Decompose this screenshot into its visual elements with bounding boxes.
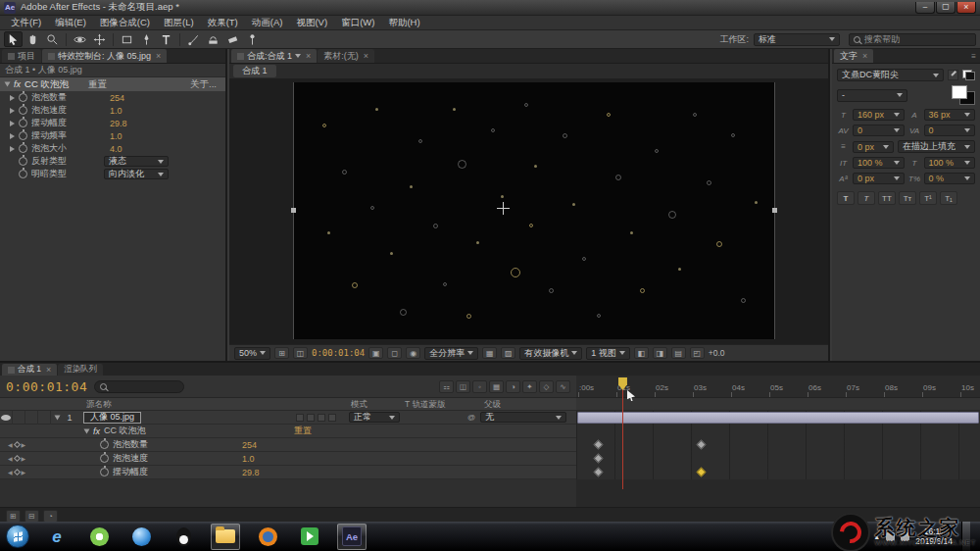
timeline-search-input[interactable]: [94, 380, 184, 393]
tab-timeline-comp[interactable]: 合成 1×: [2, 364, 57, 376]
solo-cell[interactable]: [25, 411, 38, 425]
stopwatch-icon[interactable]: [19, 131, 27, 140]
effect-header-row[interactable]: fx CC 吹泡泡 重置 关于...: [0, 77, 225, 91]
puppet-pin-tool[interactable]: [243, 31, 262, 47]
tab-render-queue[interactable]: 渲染队列: [58, 364, 103, 376]
comp-name-tab[interactable]: 合成 1: [233, 65, 276, 77]
stroke-width-dropdown[interactable]: 0 px: [853, 141, 894, 153]
tracking-dropdown[interactable]: 0: [924, 125, 976, 136]
help-search-input[interactable]: 搜索帮助: [849, 33, 976, 46]
twirl-icon[interactable]: [10, 146, 15, 152]
pickwhip-icon[interactable]: @: [467, 413, 475, 422]
twirl-icon[interactable]: [10, 133, 15, 139]
close-icon[interactable]: ×: [364, 51, 368, 61]
next-keyframe-icon[interactable]: ▶: [22, 455, 26, 462]
start-button[interactable]: [6, 525, 29, 548]
menu-item[interactable]: 帮助(H): [381, 17, 426, 29]
keyframe-icon[interactable]: [593, 440, 603, 450]
twirl-icon[interactable]: [55, 415, 61, 420]
fill-stroke-mode-dropdown[interactable]: 在描边上填充: [898, 140, 975, 153]
keyframe-track[interactable]: [576, 438, 980, 452]
keyframe-navigator[interactable]: ◀▶: [2, 469, 31, 476]
keyframe-icon[interactable]: [593, 454, 603, 464]
effect-about-link[interactable]: 关于...: [190, 78, 220, 91]
current-time-indicator[interactable]: [622, 377, 623, 489]
eyedropper-icon[interactable]: [948, 70, 958, 80]
title-bar[interactable]: Ae Adobe After Effects - 未命名项目.aep *: [0, 0, 980, 16]
graph-editor-icon[interactable]: ∿: [556, 380, 570, 393]
layer-name[interactable]: 人像 05.jpg: [83, 412, 141, 424]
param-dropdown[interactable]: 向内淡化: [104, 169, 169, 179]
timeline-jump-icon[interactable]: ▤: [671, 347, 686, 359]
mask-shape-tool[interactable]: [118, 31, 136, 47]
column-parent[interactable]: 父级: [484, 399, 501, 411]
tab-project[interactable]: 项目: [2, 49, 41, 63]
stopwatch-icon[interactable]: [100, 454, 109, 463]
stopwatch-icon[interactable]: [19, 144, 27, 153]
audio-cell[interactable]: [13, 411, 25, 425]
fast-preview-icon[interactable]: ◨: [653, 347, 667, 359]
menu-item[interactable]: 图层(L): [157, 17, 201, 29]
twirl-icon[interactable]: [10, 95, 15, 101]
layer-handle-left[interactable]: [291, 208, 296, 213]
param-dropdown[interactable]: 液态: [104, 156, 169, 167]
clone-stamp-tool[interactable]: [204, 31, 222, 47]
visibility-cell[interactable]: [0, 411, 13, 425]
tab-composition[interactable]: 合成:合成 1×: [231, 49, 317, 63]
taskbar-ie-button[interactable]: [42, 524, 72, 550]
minimize-button[interactable]: [915, 2, 935, 14]
quality-switch-icon[interactable]: [318, 414, 325, 422]
taskbar-explorer-button[interactable]: [211, 524, 240, 550]
comp-viewport[interactable]: [293, 82, 775, 339]
twirl-icon[interactable]: [10, 108, 15, 114]
motion-blur-icon[interactable]: ◑: [506, 380, 520, 393]
menu-item[interactable]: 文件(F): [4, 17, 48, 29]
close-button[interactable]: [956, 2, 976, 14]
faux-bold-button[interactable]: T: [837, 191, 855, 205]
menu-item[interactable]: 图像合成(C): [93, 17, 157, 29]
pixel-aspect-icon[interactable]: ◧: [634, 347, 649, 359]
all-caps-button[interactable]: TT: [878, 191, 896, 205]
kerning-dropdown[interactable]: 0: [853, 125, 905, 136]
layer-handle-right[interactable]: [772, 208, 777, 213]
baseline-shift-dropdown[interactable]: 0 px: [853, 173, 905, 184]
camera-dropdown[interactable]: 有效摄像机: [519, 347, 582, 360]
expand-layers-icon[interactable]: ⊞: [6, 510, 21, 523]
comp-mini-flowchart-icon[interactable]: ⚏: [439, 380, 454, 393]
faux-italic-button[interactable]: T: [858, 191, 875, 205]
toggle-switches-icon[interactable]: ⊟: [24, 510, 39, 523]
add-keyframe-icon[interactable]: [13, 441, 20, 448]
param-value[interactable]: 1.0: [110, 106, 122, 116]
fill-stroke-swatches[interactable]: [952, 85, 975, 105]
taskbar-green-app-button[interactable]: [295, 524, 324, 550]
workspace-dropdown[interactable]: 标准: [754, 33, 840, 46]
frame-blend-icon[interactable]: ▦: [489, 380, 504, 393]
keyframe-icon[interactable]: [696, 468, 706, 477]
layer-anchor-icon[interactable]: [497, 202, 510, 215]
add-keyframe-icon[interactable]: [13, 455, 20, 462]
snapshot-icon[interactable]: ▣: [368, 347, 383, 359]
stopwatch-icon[interactable]: [19, 157, 27, 166]
region-of-interest-icon[interactable]: ▦: [482, 347, 497, 359]
close-icon[interactable]: ×: [306, 51, 311, 61]
twirl-icon[interactable]: [84, 428, 90, 433]
pen-tool[interactable]: [137, 31, 156, 47]
next-keyframe-icon[interactable]: ▶: [22, 469, 26, 476]
keyframe-icon[interactable]: [696, 440, 706, 450]
property-value[interactable]: 1.0: [242, 454, 255, 464]
chevron-down-icon[interactable]: [295, 54, 301, 58]
zoom-time-icon[interactable]: ◔: [43, 510, 58, 523]
parent-dropdown[interactable]: 无: [480, 412, 566, 423]
param-value[interactable]: 1.0: [110, 131, 122, 141]
timeline-timecode[interactable]: 0:00:01:04: [6, 379, 87, 394]
hand-tool[interactable]: [24, 31, 42, 47]
hide-shy-icon[interactable]: ◦: [472, 380, 487, 393]
panel-menu-icon[interactable]: ≡: [971, 52, 976, 61]
timeline-property-row[interactable]: ◀▶泡泡速度1.0: [0, 452, 576, 466]
comp-timecode[interactable]: 0:00:01:04: [312, 348, 365, 358]
collapse-switch-icon[interactable]: [307, 414, 315, 422]
property-value[interactable]: 29.8: [242, 468, 260, 477]
time-ruler[interactable]: :00s01s02s03s04s05s06s07s08s09s10s: [576, 376, 980, 398]
property-value[interactable]: 254: [242, 440, 257, 450]
keyframe-icon[interactable]: [593, 468, 603, 477]
